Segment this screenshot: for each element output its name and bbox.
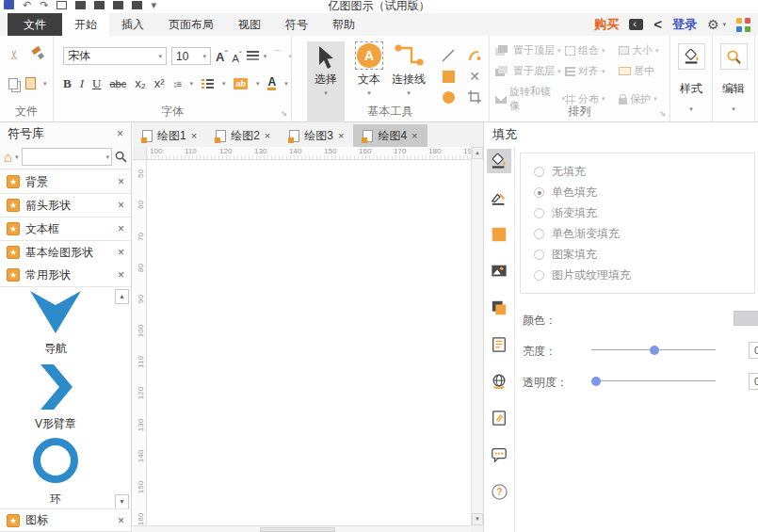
edit-dropdown-icon[interactable]: ▾ bbox=[732, 105, 735, 112]
radio-icon[interactable] bbox=[534, 208, 544, 218]
size-button[interactable]: 大小▾ bbox=[619, 43, 668, 57]
settings-gear-icon[interactable]: ⚙ bbox=[707, 17, 719, 32]
drawing-canvas[interactable] bbox=[147, 160, 472, 525]
tab-drawing2[interactable]: 绘图2 × bbox=[206, 124, 280, 147]
bullet-list-icon[interactable] bbox=[202, 79, 214, 89]
section-close-icon[interactable]: × bbox=[118, 201, 124, 210]
attachment-tab-icon[interactable] bbox=[487, 406, 511, 430]
line-spacing-dropdown-icon[interactable]: ▾ bbox=[189, 80, 193, 88]
tab-insert[interactable]: 插入 bbox=[109, 13, 156, 36]
radio-icon[interactable] bbox=[534, 167, 544, 177]
login-link[interactable]: 登录 bbox=[672, 16, 697, 33]
symbol-search-input[interactable]: ▾ bbox=[22, 148, 112, 166]
option-picture-texture-fill[interactable]: 图片或纹理填充 bbox=[534, 267, 754, 283]
tab-close-icon[interactable]: × bbox=[191, 130, 197, 141]
style-dropdown-icon[interactable]: ▾ bbox=[689, 105, 693, 112]
tab-drawing3[interactable]: 绘图3 × bbox=[280, 124, 353, 147]
paste-icon[interactable] bbox=[25, 77, 36, 89]
section-common-shapes[interactable]: ★ 常用形状 × bbox=[0, 264, 131, 287]
font-name-select[interactable]: 宋体▾ bbox=[63, 47, 167, 65]
shape-chevron[interactable]: V形臂章 bbox=[0, 364, 111, 432]
tab-view[interactable]: 视图 bbox=[226, 13, 273, 36]
section-arrow-shapes[interactable]: ★ 箭头形状 × bbox=[0, 194, 131, 218]
connector-dropdown-icon[interactable]: ▾ bbox=[407, 89, 411, 97]
scroll-up-icon[interactable]: ▲ bbox=[472, 147, 483, 159]
share-icon[interactable]: < bbox=[653, 19, 662, 30]
text-align-dropdown-icon[interactable]: ▾ bbox=[264, 53, 267, 60]
font-color-dropdown-icon[interactable]: ▾ bbox=[284, 80, 288, 88]
tab-close-icon[interactable]: × bbox=[338, 130, 344, 141]
tab-drawing4[interactable]: 绘图4 × bbox=[353, 124, 427, 147]
tab-close-icon[interactable]: × bbox=[411, 130, 417, 141]
crop-tool-icon[interactable] bbox=[467, 89, 482, 105]
subscript-button[interactable]: x₂ bbox=[135, 77, 146, 90]
transparency-slider-handle[interactable] bbox=[591, 377, 601, 386]
tab-drawing1[interactable]: 绘图1 × bbox=[133, 124, 206, 147]
home-icon[interactable]: ⌂ bbox=[4, 151, 12, 163]
font-size-select[interactable]: 10▾ bbox=[171, 47, 211, 65]
text-dropdown-icon[interactable]: ▾ bbox=[367, 89, 371, 97]
scroll-down-icon[interactable]: ▼ bbox=[472, 513, 483, 525]
shape-navigation[interactable]: 导航 bbox=[0, 291, 111, 357]
text-align-icon[interactable] bbox=[247, 51, 259, 61]
scroll-down-icon[interactable]: ▼ bbox=[115, 494, 129, 509]
section-text-box[interactable]: ★ 文本框 × bbox=[0, 218, 131, 241]
text-arc-icon[interactable]: ⌒ bbox=[271, 48, 283, 65]
image-tab-icon[interactable] bbox=[487, 259, 511, 283]
help-tab-icon[interactable]: ? bbox=[487, 479, 511, 504]
home-dropdown-icon[interactable]: ▾ bbox=[15, 153, 19, 161]
strikethrough-button[interactable]: abc bbox=[109, 77, 126, 90]
section-close-icon[interactable]: × bbox=[118, 270, 124, 280]
grow-font-button[interactable]: A bbox=[216, 47, 227, 64]
delete-tool-icon[interactable]: ✕ bbox=[469, 71, 480, 82]
radio-icon-selected[interactable] bbox=[534, 187, 544, 198]
highlight-dropdown-icon[interactable]: ▾ bbox=[256, 80, 260, 88]
scrollbar-thumb[interactable] bbox=[260, 527, 335, 532]
bullet-list-dropdown-icon[interactable]: ▾ bbox=[222, 80, 226, 88]
section-close-icon[interactable]: × bbox=[118, 177, 124, 186]
transparency-slider[interactable] bbox=[591, 380, 716, 381]
option-gradient-fill[interactable]: 渐变填充 bbox=[534, 205, 754, 221]
radio-icon[interactable] bbox=[534, 270, 544, 281]
brightness-value[interactable]: 0 %▲▼ bbox=[749, 342, 758, 359]
tab-page-layout[interactable]: 页面布局 bbox=[156, 13, 226, 36]
text-tool-button[interactable]: A 文本 ▾ bbox=[350, 41, 388, 97]
shrink-font-button[interactable]: A bbox=[232, 48, 241, 65]
section-background[interactable]: ★ 背景 × bbox=[0, 170, 131, 194]
scroll-up-icon[interactable]: ▲ bbox=[115, 289, 129, 304]
cut-icon[interactable]: ✂ bbox=[7, 49, 22, 60]
section-close-icon[interactable]: × bbox=[118, 248, 124, 257]
tab-home[interactable]: 开始 bbox=[62, 13, 109, 36]
rectangle-tool-icon[interactable] bbox=[443, 71, 455, 83]
curve-tool-icon[interactable] bbox=[467, 48, 482, 63]
color-swatch[interactable] bbox=[734, 311, 758, 326]
option-no-fill[interactable]: 无填充 bbox=[534, 164, 754, 180]
superscript-button[interactable]: x² bbox=[154, 77, 165, 90]
section-close-icon[interactable]: × bbox=[118, 516, 124, 525]
note-tab-icon[interactable] bbox=[487, 332, 511, 357]
canvas-horizontal-scrollbar[interactable] bbox=[133, 525, 471, 532]
settings-dropdown-icon[interactable]: ▾ bbox=[722, 21, 726, 28]
italic-button[interactable]: I bbox=[80, 77, 84, 90]
search-dropdown-icon[interactable]: ▾ bbox=[105, 153, 109, 161]
buy-link[interactable]: 购买 bbox=[594, 16, 619, 33]
tab-symbols[interactable]: 符号 bbox=[273, 13, 320, 36]
bring-to-front-button[interactable]: 置于顶层▾ bbox=[495, 43, 565, 57]
option-single-gradient-fill[interactable]: 单色渐变填充 bbox=[534, 226, 754, 242]
paste-dropdown-icon[interactable]: ▾ bbox=[43, 80, 47, 88]
style-button[interactable] bbox=[678, 43, 705, 70]
transparency-value[interactable]: 0 %▲▼ bbox=[749, 373, 758, 390]
underline-button[interactable]: U bbox=[92, 77, 101, 90]
connector-tool-button[interactable]: 连接线 ▾ bbox=[390, 41, 427, 97]
tab-file[interactable]: 文件 bbox=[8, 13, 62, 36]
sidebar-close-icon[interactable]: × bbox=[117, 129, 123, 138]
radio-icon[interactable] bbox=[534, 229, 544, 239]
sidebar-scrollbar[interactable]: ▲ ▼ bbox=[115, 289, 129, 509]
align-button[interactable]: 对齐▾ bbox=[565, 64, 619, 78]
bold-button[interactable]: B bbox=[63, 77, 72, 90]
group-button[interactable]: 组合▾ bbox=[565, 43, 619, 57]
shadow-tab-icon[interactable] bbox=[487, 296, 511, 320]
hyperlink-tab-icon[interactable] bbox=[487, 369, 511, 394]
line-spacing-icon[interactable]: ↕≡ bbox=[173, 79, 182, 89]
section-icons[interactable]: ★ 图标 × bbox=[0, 508, 131, 532]
